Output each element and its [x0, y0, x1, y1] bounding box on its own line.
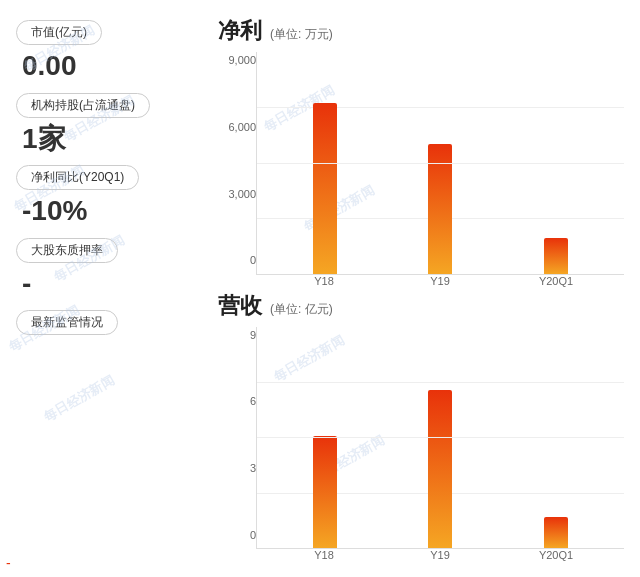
bar-group-y20q1-np	[544, 238, 568, 274]
net-profit-yoy-label: 净利同比(Y20Q1)	[16, 165, 139, 190]
bar-y18-np	[313, 103, 337, 274]
bar-wrapper-y20q1-np	[544, 238, 568, 274]
x-label-y20q1-rev: Y20Q1	[536, 549, 576, 561]
net-profit-bars-area	[256, 52, 624, 275]
bar-y20q1-rev	[544, 517, 568, 548]
bar-wrapper-y19-np	[428, 144, 452, 274]
x-label-y18-np: Y18	[304, 275, 344, 287]
y-label-6000: 6,000	[228, 121, 256, 133]
revenue-x-labels: Y18 Y19 Y20Q1	[256, 549, 624, 561]
x-label-y19-np: Y19	[420, 275, 460, 287]
bar-wrapper-y20q1-rev	[544, 517, 568, 548]
y-label-3000: 3,000	[228, 188, 256, 200]
major-shareholder-value: -	[16, 267, 206, 301]
bar-wrapper-y18-rev	[313, 436, 337, 548]
supervision-label: 最新监管情况	[16, 310, 118, 335]
revenue-chart-area: 9 6 3 0	[218, 327, 624, 562]
bar-group-y19-rev	[428, 390, 452, 548]
revenue-bars-container: Y18 Y19 Y20Q1	[256, 327, 624, 562]
bar-wrapper-y19-rev	[428, 390, 452, 548]
revenue-header: 营收 (单位: 亿元)	[218, 291, 624, 321]
bar-y20q1-np	[544, 238, 568, 274]
bar-group-y18-rev	[313, 436, 337, 548]
revenue-unit: (单位: 亿元)	[270, 301, 333, 318]
bar-y18-rev	[313, 436, 337, 548]
net-profit-chart: 净利 (单位: 万元) 9,000 6,000 3,000 0	[218, 16, 624, 287]
major-shareholder-label: 大股东质押率	[16, 238, 118, 263]
metric-institutional: 机构持股(占流通盘) 1家	[16, 93, 206, 156]
bar-group-y18-np	[313, 103, 337, 274]
y-label-9000: 9,000	[228, 54, 256, 66]
net-profit-chart-inner: 9,000 6,000 3,000 0	[218, 52, 624, 287]
institutional-value: 1家	[16, 122, 206, 156]
x-label-y20q1-np: Y20Q1	[536, 275, 576, 287]
metric-net-profit-yoy: 净利同比(Y20Q1) -10%	[16, 165, 206, 228]
bar-y19-np	[428, 144, 452, 274]
bar-wrapper-y18-np	[313, 103, 337, 274]
net-profit-chart-area: 9,000 6,000 3,000 0	[218, 52, 624, 287]
net-profit-x-labels: Y18 Y19 Y20Q1	[256, 275, 624, 287]
metric-supervision: 最新监管情况	[16, 310, 206, 335]
metric-market-cap: 市值(亿元) 0.00	[16, 20, 206, 83]
revenue-title: 营收	[218, 291, 262, 321]
revenue-y-axis: 9 6 3 0	[218, 327, 256, 562]
net-profit-yoy-value: -10%	[16, 194, 206, 228]
net-profit-unit: (单位: 万元)	[270, 26, 333, 43]
bottom-dash: -	[6, 555, 11, 571]
net-profit-title: 净利	[218, 16, 262, 46]
revenue-chart: 营收 (单位: 亿元) 9 6 3 0	[218, 291, 624, 562]
left-panel: 市值(亿元) 0.00 机构持股(占流通盘) 1家 净利同比(Y20Q1) -1…	[16, 16, 206, 561]
revenue-bars-area	[256, 327, 624, 550]
x-label-y18-rev: Y18	[304, 549, 344, 561]
market-cap-value: 0.00	[16, 49, 206, 83]
revenue-chart-inner: 9 6 3 0	[218, 327, 624, 562]
bar-group-y19-np	[428, 144, 452, 274]
market-cap-label: 市值(亿元)	[16, 20, 102, 45]
bar-group-y20q1-rev	[544, 517, 568, 548]
institutional-label: 机构持股(占流通盘)	[16, 93, 150, 118]
bar-y19-rev	[428, 390, 452, 548]
metric-major-shareholder: 大股东质押率 -	[16, 238, 206, 301]
net-profit-bars-container: Y18 Y19 Y20Q1	[256, 52, 624, 287]
net-profit-y-axis: 9,000 6,000 3,000 0	[218, 52, 256, 287]
x-label-y19-rev: Y19	[420, 549, 460, 561]
right-panel: 净利 (单位: 万元) 9,000 6,000 3,000 0	[218, 16, 624, 561]
net-profit-header: 净利 (单位: 万元)	[218, 16, 624, 46]
